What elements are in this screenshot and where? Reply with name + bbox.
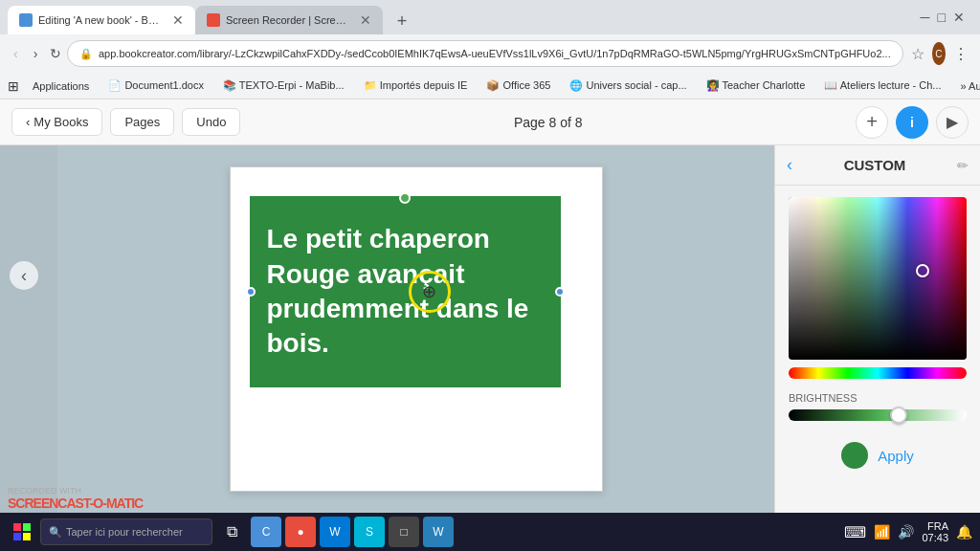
panel-back-button[interactable]: ‹ xyxy=(787,155,792,175)
svg-rect-3 xyxy=(23,533,31,540)
reload-button[interactable]: ↻ xyxy=(47,40,63,67)
page-canvas: Le petit chaperon Rouge avançait prudemm… xyxy=(57,145,774,513)
apps-icon: ⊞ xyxy=(8,78,19,94)
text-box[interactable]: Le petit chaperon Rouge avançait prudemm… xyxy=(250,196,561,387)
taskbar-right: ⌨ 📶 🔊 FRA 07:43 🔔 xyxy=(844,520,972,543)
tab-label-2: Screen Recorder | Screencast-O... xyxy=(226,14,350,26)
toolbar-right-actions: + i ▶ xyxy=(856,106,969,139)
apply-section: Apply xyxy=(775,427,980,484)
browser-controls: ‹ › ↻ 🔒 app.bookcreator.com/library/-LzC… xyxy=(0,34,980,73)
handle-left[interactable] xyxy=(246,287,256,297)
hue-slider[interactable] xyxy=(789,367,967,379)
lock-icon: 🔒 xyxy=(79,48,93,60)
bookmark-office[interactable]: 📦 Office 365 xyxy=(480,77,556,94)
new-tab-button[interactable]: + xyxy=(389,8,415,34)
color-gradient-picker[interactable] xyxy=(789,197,967,360)
pages-label: Pages xyxy=(124,115,160,129)
tab-close-2[interactable]: ✕ xyxy=(360,12,371,28)
main-content: ‹ Le petit chaperon Rouge avançait prude… xyxy=(0,145,980,513)
browser-tab-bar: Editing 'A new book' - Book Cre... ✕ Scr… xyxy=(0,0,980,34)
left-nav: ‹ xyxy=(0,145,57,513)
undo-button[interactable]: Undo xyxy=(182,108,240,136)
more-options-button[interactable]: ⋮ xyxy=(949,41,972,67)
bookmarks-bar: ⊞ Applications 📄 Document1.docx 📚 TEXTO-… xyxy=(0,73,980,99)
bookmark-applications[interactable]: Applications xyxy=(27,78,95,94)
selected-color-preview xyxy=(841,442,868,469)
pages-button[interactable]: Pages xyxy=(110,108,174,136)
prev-page-button[interactable]: ‹ xyxy=(10,261,38,290)
volume-icon: 🔊 xyxy=(898,524,914,540)
handle-right[interactable] xyxy=(555,287,565,297)
bookmark-texto[interactable]: 📚 TEXTO-Erpi - MaBib... xyxy=(217,77,350,94)
minimize-button[interactable]: ─ xyxy=(921,10,930,25)
taskbar-app6[interactable]: W xyxy=(423,517,454,547)
back-button[interactable]: ‹ xyxy=(8,40,24,67)
page-white: Le petit chaperon Rouge avançait prudemm… xyxy=(230,166,603,492)
tab-favicon-1 xyxy=(19,13,33,27)
start-button[interactable] xyxy=(8,518,36,546)
keyboard-icon: ⌨ xyxy=(844,523,866,541)
handle-top[interactable] xyxy=(399,192,411,204)
add-button[interactable]: + xyxy=(856,106,888,139)
windows-icon xyxy=(13,523,31,540)
time-display: 07:43 xyxy=(922,532,948,543)
language-label: FRA xyxy=(922,520,948,532)
tab-close-1[interactable]: ✕ xyxy=(172,12,184,28)
tab-label-1: Editing 'A new book' - Book Cre... xyxy=(38,14,163,26)
app-toolbar: ‹ My Books Pages Undo Page 8 of 8 + i ▶ xyxy=(0,99,980,145)
brightness-section: BRIGHTNESS xyxy=(775,386,980,427)
bookmarks-more[interactable]: » Autres favoris xyxy=(955,78,980,94)
my-books-button[interactable]: ‹ My Books xyxy=(11,108,102,136)
brightness-label: BRIGHTNESS xyxy=(789,392,967,404)
next-button[interactable]: ▶ xyxy=(936,106,969,139)
taskbar-app2[interactable]: ● xyxy=(285,517,316,547)
svg-rect-0 xyxy=(13,523,21,531)
panel-edit-icon[interactable]: ✏ xyxy=(957,158,969,173)
close-button[interactable]: ✕ xyxy=(953,10,965,25)
taskbar-app4[interactable]: S xyxy=(354,517,385,547)
bookmark-ateliers[interactable]: 📖 Ateliers lecture - Ch... xyxy=(818,77,947,94)
taskbar-app5[interactable]: □ xyxy=(389,517,419,547)
bookmark-star-icon[interactable]: ☆ xyxy=(907,41,928,67)
text-box-content: Le petit chaperon Rouge avançait prudemm… xyxy=(252,207,559,377)
gradient-background xyxy=(789,197,967,360)
maximize-button[interactable]: □ xyxy=(938,10,946,25)
address-text: app.bookcreator.com/library/-LzCkzwpilCa… xyxy=(99,48,891,59)
profile-avatar[interactable]: C xyxy=(932,42,946,65)
bookmark-document[interactable]: 📄 Document1.docx xyxy=(102,77,210,94)
network-icon: 📶 xyxy=(874,524,890,540)
search-bar[interactable]: 🔍 Taper ici pour rechercher xyxy=(40,518,212,545)
color-selector-handle[interactable] xyxy=(916,264,929,277)
taskview-button[interactable]: ⧉ xyxy=(216,517,247,547)
taskbar-chrome[interactable]: C xyxy=(251,517,281,547)
info-label: i xyxy=(910,115,914,130)
page-info: Page 8 of 8 xyxy=(514,115,583,130)
notification-icon[interactable]: 🔔 xyxy=(956,524,972,540)
panel-title: CUSTOM xyxy=(800,157,949,173)
undo-label: Undo xyxy=(196,115,226,129)
svg-rect-1 xyxy=(23,523,31,531)
apply-button[interactable]: Apply xyxy=(878,448,914,464)
back-arrow-icon: ‹ xyxy=(26,115,30,129)
bookmark-teacher[interactable]: 👩‍🏫 Teacher Charlotte xyxy=(701,77,812,94)
tab-inactive[interactable]: Screen Recorder | Screencast-O... ✕ xyxy=(195,6,383,34)
address-bar[interactable]: 🔒 app.bookcreator.com/library/-LzCkzwpil… xyxy=(67,40,903,67)
panel-header: ‹ CUSTOM ✏ xyxy=(775,145,980,186)
forward-button[interactable]: › xyxy=(28,40,44,67)
tab-active[interactable]: Editing 'A new book' - Book Cre... ✕ xyxy=(8,6,195,34)
bookmark-univers[interactable]: 🌐 Univers social - cap... xyxy=(564,77,692,94)
color-picker-panel: ‹ CUSTOM ✏ BRIGHTNESS Apply xyxy=(774,145,980,513)
taskbar: 🔍 Taper ici pour rechercher ⧉ C ● W S □ … xyxy=(0,513,980,551)
search-placeholder: Taper ici pour rechercher xyxy=(66,526,183,538)
taskbar-app3[interactable]: W xyxy=(320,517,350,547)
watermark-recorded-text: RECORDED WITH SCREENCAST-O-MATIC xyxy=(8,486,143,511)
bookmark-importes[interactable]: 📁 Importés depuis IE xyxy=(358,77,474,94)
tab-favicon-2 xyxy=(207,13,220,27)
brightness-slider[interactable] xyxy=(789,409,967,421)
info-button[interactable]: i xyxy=(896,106,928,139)
search-icon: 🔍 xyxy=(49,526,62,539)
my-books-label: My Books xyxy=(33,115,88,129)
recorded-with-label: RECORDED WITH xyxy=(8,486,143,496)
app-container: ‹ My Books Pages Undo Page 8 of 8 + i ▶ … xyxy=(0,99,980,513)
brightness-thumb[interactable] xyxy=(890,407,907,424)
